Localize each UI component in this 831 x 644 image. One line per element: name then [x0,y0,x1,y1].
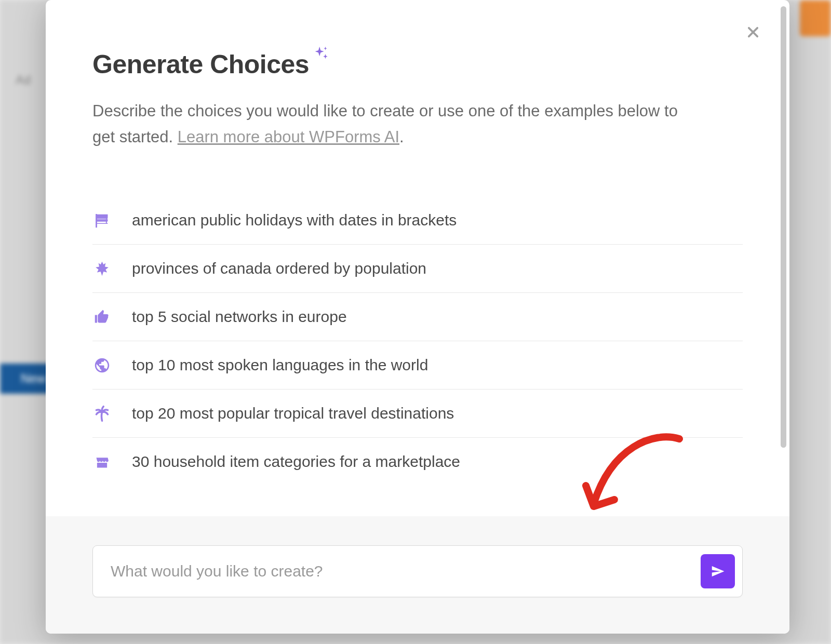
globe-icon [92,356,111,374]
leaf-icon [92,259,111,278]
modal-body: Generate Choices Describe the choices yo… [46,0,789,516]
send-button[interactable] [701,554,735,588]
example-item-social-networks[interactable]: top 5 social networks in europe [92,293,743,341]
flag-icon [92,211,111,230]
example-item-label: 30 household item categories for a marke… [132,453,460,471]
modal-footer [46,516,789,634]
example-item-provinces[interactable]: provinces of canada ordered by populatio… [92,245,743,293]
modal-description: Describe the choices you would like to c… [92,98,700,150]
modal-title-text: Generate Choices [92,49,309,79]
send-icon [710,564,726,579]
backdrop-orange-button [800,0,831,36]
palm-icon [92,404,111,423]
prompt-input[interactable] [100,553,701,589]
close-button[interactable] [743,22,763,43]
modal-title: Generate Choices [92,49,330,79]
close-icon [746,25,760,39]
svg-rect-4 [96,218,108,220]
learn-more-link[interactable]: Learn more about WPForms AI [178,128,399,146]
examples-list: american public holidays with dates in b… [92,196,743,486]
example-item-travel[interactable]: top 20 most popular tropical travel dest… [92,390,743,438]
example-item-label: american public holidays with dates in b… [132,211,457,229]
example-item-languages[interactable]: top 10 most spoken languages in the worl… [92,341,743,390]
modal-description-suffix: . [399,128,404,146]
example-item-label: provinces of canada ordered by populatio… [132,260,426,277]
example-item-label: top 10 most spoken languages in the worl… [132,356,428,374]
modal-scrollbar[interactable] [781,6,786,448]
example-item-marketplace[interactable]: 30 household item categories for a marke… [92,438,743,486]
svg-rect-3 [96,214,108,217]
generate-choices-modal: Generate Choices Describe the choices yo… [46,0,789,634]
thumbs-up-icon [92,307,111,326]
prompt-input-wrap [92,545,743,597]
example-item-label: top 20 most popular tropical travel dest… [132,405,454,422]
sparkle-icon [312,45,330,63]
example-item-holidays[interactable]: american public holidays with dates in b… [92,196,743,245]
example-item-label: top 5 social networks in europe [132,308,347,326]
backdrop-blur-text: Ad [16,73,31,87]
store-icon [92,452,111,471]
